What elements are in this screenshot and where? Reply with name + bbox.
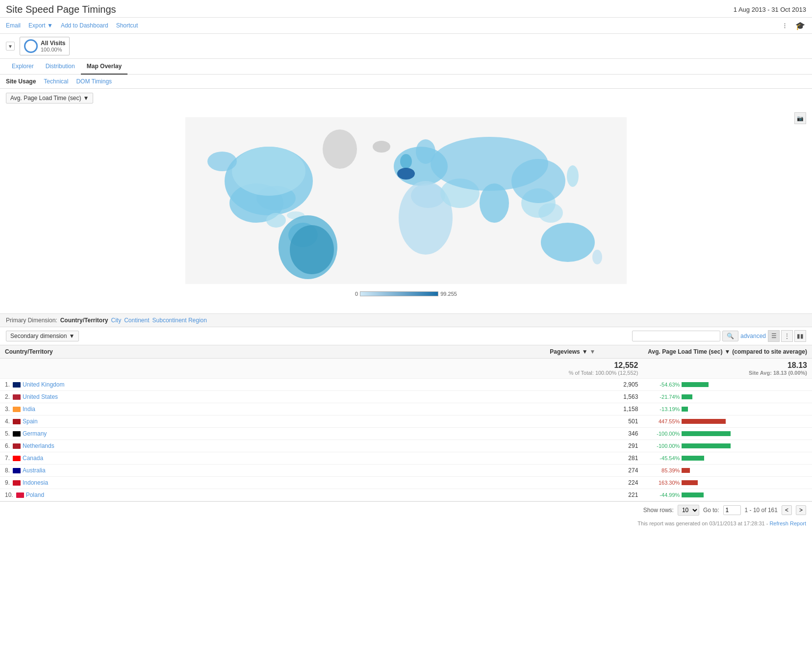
- svg-point-11: [290, 225, 334, 274]
- secondary-dimension-btn[interactable]: Secondary dimension ▼: [6, 331, 79, 341]
- primary-dim-label: Primary Dimension:: [6, 317, 57, 324]
- dim-continent[interactable]: Continent: [124, 317, 149, 324]
- segment-collapse-btn[interactable]: ▼: [6, 42, 15, 51]
- pageviews-cell: 1,563: [545, 391, 643, 403]
- country-link[interactable]: India: [23, 406, 35, 413]
- date-range: 1 Aug 2013 - 31 Oct 2013: [734, 4, 806, 13]
- tabs-row: Explorer Distribution Map Overlay: [0, 59, 812, 75]
- pageviews-cell: 291: [545, 440, 643, 452]
- secondary-dim-arrow: ▼: [69, 333, 75, 339]
- subtab-dom-timings[interactable]: DOM Timings: [76, 77, 112, 86]
- search-button[interactable]: 🔍: [722, 331, 738, 341]
- refresh-report-link[interactable]: Refresh Report: [769, 520, 806, 526]
- compare-cell: 163.30%: [643, 477, 812, 489]
- comparison-view-btn[interactable]: ▮▮: [794, 330, 806, 342]
- show-rows-label: Show rows:: [643, 507, 674, 514]
- compare-pct: -45.54%: [648, 455, 680, 461]
- table-row: 9.Indonesia224 163.30%: [0, 477, 812, 489]
- search-box-wrap: 🔍 advanced ☰ ⋮ ▮▮: [632, 330, 806, 342]
- svg-point-24: [567, 165, 579, 187]
- compare-pct: -13.19%: [648, 406, 680, 412]
- subtab-site-usage[interactable]: Site Usage: [6, 77, 36, 86]
- country-link[interactable]: Netherlands: [23, 442, 54, 449]
- country-cell: 2.United States: [0, 391, 545, 403]
- view-buttons: ☰ ⋮ ▮▮: [768, 330, 806, 342]
- map-download-btn[interactable]: 📷: [794, 112, 806, 124]
- email-button[interactable]: Email: [6, 22, 21, 29]
- next-page-btn[interactable]: >: [796, 505, 806, 515]
- pageviews-sort-icon[interactable]: ▼: [590, 348, 596, 355]
- dim-city[interactable]: City: [111, 317, 122, 324]
- goto-input[interactable]: [723, 505, 741, 515]
- compare-cell: -13.19%: [643, 403, 812, 415]
- row-rank: 5.: [5, 430, 10, 437]
- country-cell: 6.Netherlands: [0, 440, 545, 452]
- country-link[interactable]: Poland: [26, 492, 44, 498]
- country-link[interactable]: Germany: [23, 430, 47, 437]
- report-note: This report was generated on 03/11/2013 …: [0, 518, 812, 529]
- search-input[interactable]: [632, 331, 720, 341]
- dim-subcontinent[interactable]: Subcontinent Region: [152, 317, 207, 324]
- country-link[interactable]: Canada: [23, 455, 43, 462]
- compare-bar: [682, 468, 690, 473]
- graduation-icon[interactable]: 🎓: [794, 20, 806, 31]
- table-row: 1.United Kingdom2,905 -54.63%: [0, 379, 812, 391]
- compare-bar: [682, 382, 709, 387]
- dim-country[interactable]: Country/Territory: [60, 317, 108, 324]
- country-cell: 1.United Kingdom: [0, 379, 545, 391]
- totals-pageviews: 12,552 % of Total: 100.00% (12,552): [545, 359, 643, 379]
- legend-min: 0: [355, 291, 358, 297]
- rows-select[interactable]: 10 25 50: [678, 505, 699, 516]
- country-link[interactable]: Australia: [23, 467, 46, 474]
- country-link[interactable]: Indonesia: [23, 479, 48, 486]
- svg-point-20: [480, 183, 509, 223]
- country-cell: 5.Germany: [0, 428, 545, 440]
- table-footer: Show rows: 10 25 50 Go to: 1 - 10 of 161…: [0, 501, 812, 518]
- advanced-link[interactable]: advanced: [740, 333, 766, 339]
- subtab-technical[interactable]: Technical: [44, 77, 68, 86]
- tab-map-overlay[interactable]: Map Overlay: [81, 59, 127, 75]
- totals-metric: 18.13 Site Avg: 18.13 (0.00%): [643, 359, 812, 379]
- table-row: 2.United States1,563 -21.74%: [0, 391, 812, 403]
- primary-dimension-row: Primary Dimension: Country/Territory Cit…: [0, 313, 812, 327]
- compare-pct: -100.00%: [648, 443, 680, 449]
- metric-select-btn[interactable]: Avg. Page Load Time (sec) ▼: [6, 93, 93, 104]
- compare-bar: [682, 456, 704, 461]
- compare-pct: 447.55%: [648, 418, 680, 424]
- compare-bar: [682, 443, 731, 448]
- row-rank: 10.: [5, 492, 13, 498]
- svg-point-26: [592, 250, 602, 264]
- pivot-view-btn[interactable]: ⋮: [781, 330, 793, 342]
- prev-page-btn[interactable]: <: [782, 505, 792, 515]
- svg-point-27: [373, 141, 390, 153]
- country-link[interactable]: United States: [23, 393, 58, 400]
- svg-point-13: [400, 154, 412, 169]
- add-to-dashboard-button[interactable]: Add to Dashboard: [61, 22, 108, 29]
- tab-explorer[interactable]: Explorer: [6, 59, 40, 75]
- country-link[interactable]: Spain: [23, 418, 38, 425]
- metric-select-arrow2[interactable]: ▼: [724, 348, 730, 355]
- toolbar: Email Export ▼ Add to Dashboard Shortcut…: [0, 18, 812, 34]
- flag-icon: [13, 456, 21, 461]
- svg-point-23: [511, 159, 565, 203]
- shortcut-button[interactable]: Shortcut: [116, 22, 138, 29]
- compare-cell: -44.99%: [643, 489, 812, 501]
- compare-pct: 85.39%: [648, 467, 680, 473]
- flag-icon: [13, 419, 21, 424]
- grid-icon[interactable]: ⁝: [779, 20, 790, 31]
- compare-cell: -21.74%: [643, 391, 812, 403]
- table-row: 8.Australia274 85.39%: [0, 465, 812, 477]
- svg-point-22: [538, 203, 563, 223]
- table-row: 3.India1,158 -13.19%: [0, 403, 812, 415]
- table-view-btn[interactable]: ☰: [768, 330, 780, 342]
- table-row: 10.Poland221 -44.99%: [0, 489, 812, 501]
- country-link[interactable]: United Kingdom: [23, 381, 64, 388]
- pageviews-cell: 501: [545, 415, 643, 428]
- export-button[interactable]: Export ▼: [28, 22, 53, 29]
- tab-distribution[interactable]: Distribution: [40, 59, 81, 75]
- metric-select-arrow: ▼: [83, 95, 89, 102]
- metric-row: Avg. Page Load Time (sec) ▼: [0, 89, 812, 107]
- row-rank: 4.: [5, 418, 10, 425]
- compare-bar: [682, 492, 704, 497]
- pageviews-select-arrow[interactable]: ▼: [582, 348, 588, 355]
